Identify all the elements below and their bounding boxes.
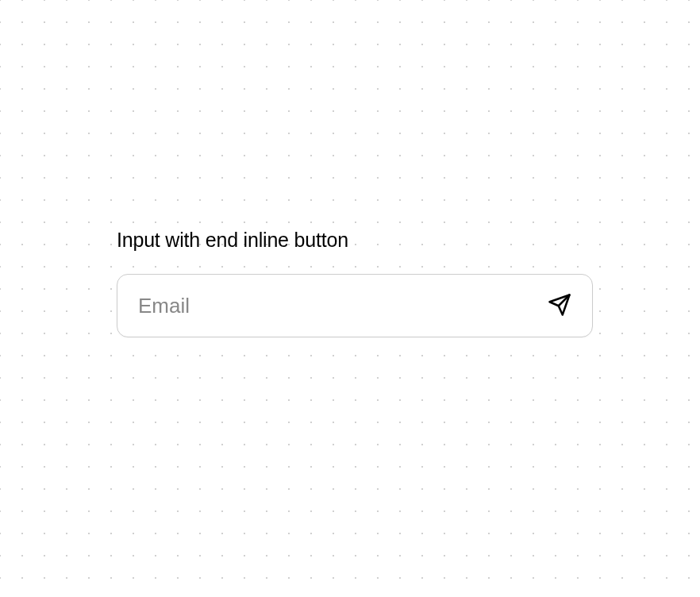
send-icon: [548, 293, 571, 319]
send-button[interactable]: [541, 287, 578, 325]
component-label: Input with end inline button: [117, 229, 593, 252]
input-wrapper: [117, 274, 593, 337]
input-component-container: Input with end inline button: [117, 229, 593, 337]
email-input[interactable]: [138, 275, 541, 337]
